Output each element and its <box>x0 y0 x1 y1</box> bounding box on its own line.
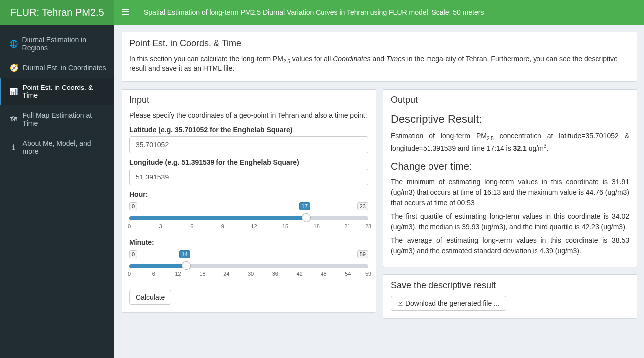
sidebar-item-point-est[interactable]: 📊 Point Est. in Coords. & Time <box>0 78 114 105</box>
hamburger-icon[interactable] <box>122 8 129 17</box>
input-title: Input <box>129 95 368 105</box>
sidebar-item-diurnal-coords[interactable]: 🧭 Diurnal Est. in Coordinates <box>0 58 114 78</box>
save-title: Save the descriptive result <box>391 280 629 291</box>
cot-minmax: The minimum of estimating long-term valu… <box>391 177 629 208</box>
input-prompt: Please specify the coordinates of a geo-… <box>129 110 368 121</box>
intro-title: Point Est. in Coords. & Time <box>129 38 629 49</box>
lon-input[interactable] <box>129 169 368 185</box>
sidebar-item-label: Point Est. in Coords. & Time <box>22 84 107 99</box>
minute-slider[interactable] <box>129 260 368 270</box>
hour-value-badge: 17 <box>299 202 310 210</box>
info-icon: ℹ <box>9 143 19 151</box>
lat-label: Latitude (e.g. 35.701052 for the Enghela… <box>129 126 368 134</box>
lat-input[interactable] <box>129 136 368 153</box>
intro-text: In this section you can calculate the lo… <box>129 55 629 72</box>
svg-rect-0 <box>122 9 129 10</box>
header-title: Spatial Estimation of long-term PM2.5 Di… <box>144 8 484 16</box>
sidebar-item-label: Full Map Estimation at Time <box>23 111 107 127</box>
descriptive-result-heading: Descriptive Result: <box>391 113 629 126</box>
download-label: Download the generated file ... <box>405 299 500 307</box>
cot-avg: The average of estimating long-term valu… <box>391 235 629 256</box>
minute-min-badge: 0 <box>129 250 137 258</box>
descriptive-result-text: Estimation of long-term PM2.5 concentrat… <box>391 131 629 153</box>
minute-value-badge: 14 <box>179 250 190 258</box>
globe-icon: 🌐 <box>9 40 18 48</box>
change-over-time-heading: Change over time: <box>391 161 629 172</box>
dashboard-icon: 📊 <box>9 88 18 95</box>
app-logo: FLUR: Tehran PM2.5 <box>0 0 114 25</box>
map-icon: 🗺 <box>9 115 19 123</box>
download-icon <box>397 299 405 307</box>
minute-max-badge: 59 <box>357 250 368 258</box>
sidebar-item-full-map[interactable]: 🗺 Full Map Estimation at Time <box>0 105 114 133</box>
sidebar-item-label: About Me, Model, and more <box>23 139 107 155</box>
compass-icon: 🧭 <box>9 64 19 72</box>
intro-box: Point Est. in Coords. & Time In this sec… <box>122 32 637 81</box>
minute-label: Minute: <box>129 238 368 246</box>
svg-rect-2 <box>122 14 129 15</box>
sidebar-item-about[interactable]: ℹ About Me, Model, and more <box>0 133 114 161</box>
cot-quartiles: The first quartile of estimating long-te… <box>391 211 629 232</box>
calculate-button[interactable]: Calculate <box>129 290 171 305</box>
sidebar-item-label: Diurnal Est. in Coordinates <box>23 64 106 72</box>
output-title: Output <box>391 95 629 105</box>
hour-min-badge: 0 <box>129 202 137 210</box>
hour-slider[interactable] <box>129 212 368 222</box>
sidebar-item-diurnal-regions[interactable]: 🌐 Diurnal Estimation in Regions <box>0 30 114 58</box>
hour-label: Hour: <box>129 190 368 198</box>
save-box: Save the descriptive result Download the… <box>383 274 637 318</box>
input-box: Input Please specify the coordinates of … <box>122 89 376 312</box>
lon-label: Longitude (e.g. 51.391539 for the Enghel… <box>129 158 368 166</box>
svg-rect-1 <box>122 11 129 12</box>
download-button[interactable]: Download the generated file ... <box>391 296 506 311</box>
sidebar-item-label: Diurnal Estimation in Regions <box>22 36 107 52</box>
hour-max-badge: 23 <box>357 202 368 210</box>
output-box: Output Descriptive Result: Estimation of… <box>383 89 637 267</box>
